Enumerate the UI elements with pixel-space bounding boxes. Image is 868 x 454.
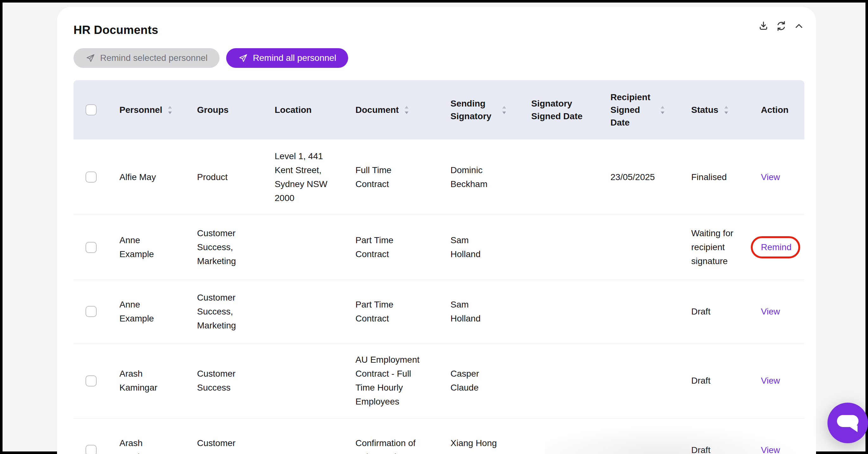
card-toolbar [757,20,805,32]
action-cell: View [761,307,780,317]
column-header-sending_signatory[interactable]: Sending Signatory [443,97,524,123]
cell-groups: Customer Success, Marketing [197,226,243,268]
row-checkbox[interactable] [86,375,97,387]
cell-document: Confirmation of Salary Raise [355,436,424,454]
collapse-icon[interactable] [793,20,805,32]
column-header-personnel[interactable]: Personnel [112,104,189,116]
header-checkbox-cell [73,104,112,115]
view-link[interactable]: View [761,376,780,386]
column-header-location: Location [267,104,348,116]
column-label: Sending Signatory [451,97,496,123]
cell-groups: Customer Success [197,436,243,454]
row-checkbox-cell [73,242,112,253]
table-row: Alfie May Product Level 1, 441 Kent Stre… [73,140,804,215]
row-checkbox-cell [73,306,112,317]
cell-sending-signatory: Dominic Beckham [451,163,501,191]
remind-selected-button[interactable]: Remind selected personnel [73,48,220,68]
cell-status: Draft [691,305,711,319]
cell-personnel: Alfie May [119,170,156,184]
column-label: Recipient Signed Date [611,91,655,129]
column-label: Location [275,104,312,116]
chat-bubble-icon [828,403,868,443]
cell-personnel: Arash Kamingar [119,367,167,395]
remind-actions: Remind selected personnel Remind all per… [73,48,348,68]
column-label: Personnel [119,104,162,116]
remind-selected-label: Remind selected personnel [100,53,208,63]
column-label: Status [691,104,718,116]
cell-groups: Customer Success [197,367,243,395]
page-background: HR Documents Remind selected personnel [0,0,868,454]
cell-sending-signatory: Xiang Hong Ong [451,436,501,454]
action-cell: Remind [761,242,791,252]
column-header-groups: Groups [189,104,267,116]
cell-personnel: Arash Kamingar [119,436,167,454]
row-checkbox-cell [73,375,112,387]
chat-launcher-button[interactable] [828,403,868,443]
table-row: Arash Kamingar Customer Success AU Emplo… [73,343,804,419]
row-checkbox[interactable] [86,172,97,182]
cell-location: Level 1, 441 Kent Street, Sydney NSW 200… [275,149,330,205]
table-row: Anne Example Customer Success, Marketing… [73,215,804,280]
table-row: Anne Example Customer Success, Marketing… [73,280,804,343]
row-checkbox[interactable] [86,242,97,253]
cell-sending-signatory: Sam Holland [451,233,501,261]
view-link[interactable]: View [761,307,780,316]
row-checkbox[interactable] [86,306,97,317]
cell-sending-signatory: Casper Claude [451,367,501,395]
cell-status: Draft [691,443,711,454]
column-label: Action [761,104,788,116]
cell-groups: Product [197,170,228,184]
remind-all-label: Remind all personnel [253,53,336,63]
cell-document: Full Time Contract [355,163,424,191]
column-header-document[interactable]: Document [348,104,443,116]
cell-personnel: Anne Example [119,298,167,325]
download-icon[interactable] [757,20,770,32]
sort-icon[interactable] [167,105,173,115]
cell-sending-signatory: Sam Holland [451,298,501,325]
cell-personnel: Anne Example [119,233,167,261]
hr-documents-card: HR Documents Remind selected personnel [57,7,816,454]
page-title: HR Documents [73,24,158,37]
sort-icon[interactable] [723,105,729,115]
select-all-checkbox[interactable] [86,104,97,115]
sort-icon[interactable] [501,105,507,115]
cell-status: Draft [691,374,711,388]
table-row: Arash Kamingar Customer Success Confirma… [73,419,804,454]
hr-documents-table: Personnel GroupsLocationDocument Sending… [73,80,804,454]
view-link[interactable]: View [761,172,780,182]
row-checkbox-cell [73,172,112,182]
remind-link[interactable]: Remind [761,242,791,252]
remind-all-button[interactable]: Remind all personnel [226,48,348,68]
cell-document: AU Employment Contract - Full Time Hourl… [355,353,424,409]
cell-recipient-signed-date: 23/05/2025 [611,170,655,184]
column-header-status[interactable]: Status [684,104,753,116]
paper-plane-icon [86,53,95,63]
table-header: Personnel GroupsLocationDocument Sending… [73,80,804,140]
column-label: Document [355,104,399,116]
refresh-icon[interactable] [775,20,787,32]
cell-groups: Customer Success, Marketing [197,291,243,333]
column-header-action: Action [753,104,804,116]
column-header-recipient_signed_date[interactable]: Recipient Signed Date [603,91,684,129]
paper-plane-icon [238,53,248,63]
table-body: Alfie May Product Level 1, 441 Kent Stre… [73,140,804,454]
action-cell: View [761,376,780,386]
column-label: Groups [197,104,229,116]
action-cell: View [761,445,780,454]
action-cell: View [761,172,780,182]
sort-icon[interactable] [404,105,409,115]
cell-status: Finalised [691,170,727,184]
column-label: Signatory Signed Date [531,97,590,123]
sort-icon[interactable] [660,105,665,115]
cell-status: Waiting for recipient signature [691,226,740,268]
view-link[interactable]: View [761,445,780,454]
cell-document: Part Time Contract [355,233,424,261]
column-header-signatory_signed_date: Signatory Signed Date [524,97,603,123]
row-checkbox-cell [73,445,112,454]
row-checkbox[interactable] [86,445,97,454]
cell-document: Part Time Contract [355,298,424,325]
